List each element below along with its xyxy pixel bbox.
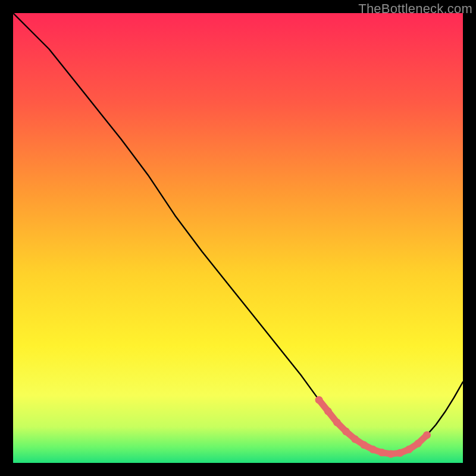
- watermark-text: TheBottleneck.com: [358, 1, 472, 17]
- highlight-dot: [360, 441, 368, 449]
- highlight-dot: [405, 446, 413, 453]
- highlight-dot: [396, 449, 404, 457]
- chart-frame: [13, 13, 463, 463]
- highlight-dot: [324, 408, 332, 415]
- highlight-dot: [342, 428, 350, 436]
- highlight-dot: [351, 435, 359, 443]
- highlight-dot: [414, 440, 422, 447]
- highlight-dot: [315, 396, 323, 404]
- highlight-dot: [378, 449, 386, 456]
- chart-svg: [13, 13, 463, 463]
- highlight-dot: [387, 450, 395, 458]
- highlight-dot: [423, 431, 431, 439]
- highlight-dot: [333, 418, 341, 426]
- chart-background: [13, 13, 463, 463]
- highlight-dot: [369, 446, 377, 453]
